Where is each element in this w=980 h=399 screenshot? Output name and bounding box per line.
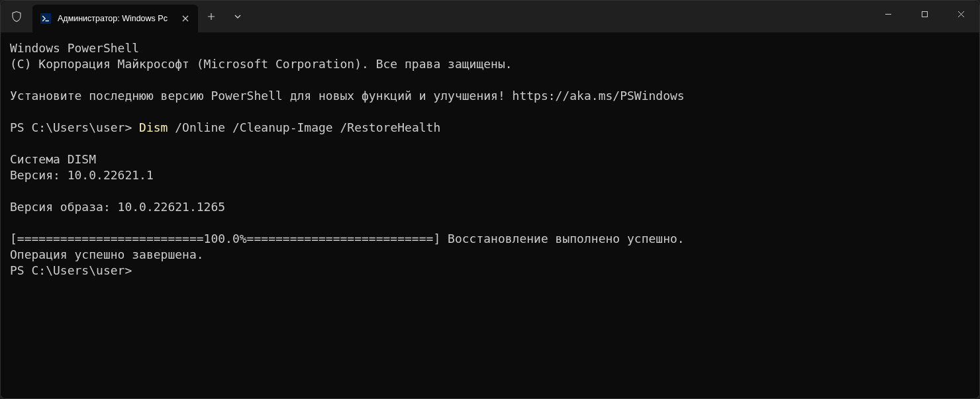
output-line: Установите последнюю версию PowerShell д… xyxy=(10,89,685,103)
progress-line: [==========================100.0%=======… xyxy=(10,232,685,245)
minimize-button[interactable] xyxy=(870,1,906,27)
output-line: Операция успешно завершена. xyxy=(10,247,204,261)
tab-dropdown-button[interactable] xyxy=(224,3,251,30)
powershell-icon xyxy=(40,13,51,24)
close-button[interactable] xyxy=(943,1,979,27)
window-controls xyxy=(870,1,979,27)
prompt-prefix: PS C:\Users\user> xyxy=(10,120,139,134)
output-line: Система DISM xyxy=(10,152,96,166)
prompt-prefix: PS C:\Users\user> xyxy=(10,263,132,277)
tab-powershell[interactable]: Администратор: Windows Pc xyxy=(32,5,198,32)
terminal-window: Администратор: Windows Pc Windows PowerS… xyxy=(0,0,980,399)
admin-shield-icon xyxy=(1,1,32,32)
tab-close-button[interactable] xyxy=(179,13,191,24)
output-line: Версия: 10.0.22621.1 xyxy=(10,168,154,182)
titlebar[interactable]: Администратор: Windows Pc xyxy=(1,1,979,32)
maximize-button[interactable] xyxy=(906,1,943,27)
output-line: Версия образа: 10.0.22621.1265 xyxy=(10,200,225,214)
command-args: /Online /Cleanup-Image /RestoreHealth xyxy=(168,120,440,134)
tab-title: Администратор: Windows Pc xyxy=(58,14,173,23)
terminal-output[interactable]: Windows PowerShell (C) Корпорация Майкро… xyxy=(1,32,979,398)
output-line: (C) Корпорация Майкрософт (Microsoft Cor… xyxy=(10,57,513,71)
new-tab-button[interactable] xyxy=(198,3,224,30)
output-line: Windows PowerShell xyxy=(10,41,139,55)
svg-rect-1 xyxy=(922,11,928,17)
command-name: Dism xyxy=(139,120,168,134)
